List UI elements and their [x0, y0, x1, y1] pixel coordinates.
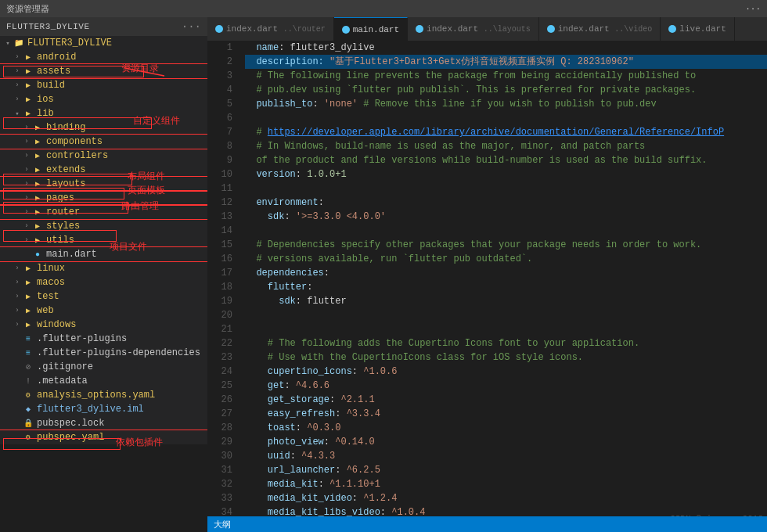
- folder-icon: ▶: [22, 51, 34, 63]
- sidebar-item-.gitignore[interactable]: ⊘.gitignore: [0, 360, 207, 374]
- line-num-32: 32: [207, 477, 232, 491]
- code-line-4: # pub.dev using `flutter pub publish`. T…: [245, 83, 767, 97]
- sidebar-item-assets[interactable]: ▶assets: [0, 64, 207, 78]
- sidebar-item-.metadata[interactable]: !.metadata: [0, 374, 207, 388]
- sidebar-item-web[interactable]: ▶web: [0, 304, 207, 318]
- chevron-test: [13, 292, 22, 301]
- tab-label-index-video: index.dart ..\video: [558, 24, 653, 34]
- tab-label-main: main.dart: [353, 25, 399, 34]
- code-line-7: # https://developer.apple.com/library/ar…: [245, 125, 767, 139]
- code-line-20: [245, 308, 767, 322]
- sidebar-item-pubspec.yaml[interactable]: ⚙pubspec.yaml: [0, 430, 207, 444]
- chevron-windows: [13, 320, 22, 329]
- code-area[interactable]: name: flutter3_dylive description: "基于Fl…: [239, 41, 767, 516]
- code-line-14: [245, 224, 767, 238]
- code-line-1: name: flutter3_dylive: [245, 41, 767, 55]
- code-line-23: # Use with the CupertinoIcons class for …: [245, 350, 767, 365]
- sidebar-item-linux[interactable]: ▶linux: [0, 261, 207, 275]
- sidebar-item-extends[interactable]: ▶extends: [0, 163, 207, 177]
- chevron-styles: [22, 221, 31, 231]
- folder-icon-root: 📁: [13, 37, 25, 49]
- title-bar-dots[interactable]: ···: [745, 4, 761, 13]
- label-ios: ios: [37, 94, 54, 105]
- sidebar-item-android[interactable]: ▶android: [0, 50, 207, 64]
- tab-icon-live: [668, 25, 676, 33]
- line-num-6: 6: [207, 111, 232, 125]
- label-.metadata: .metadata: [37, 376, 88, 386]
- sidebar-item-utils[interactable]: ▶utils: [0, 233, 207, 247]
- sidebar-content[interactable]: 📁FLUTTER3_DYLIVE▶android▶assets▶build▶io…: [0, 36, 207, 444]
- sidebar-options[interactable]: ···: [182, 20, 201, 33]
- code-line-30: uuid: ^4.3.3: [245, 449, 767, 463]
- sidebar-item-macos[interactable]: ▶macos: [0, 275, 207, 289]
- line-num-19: 19: [207, 294, 232, 308]
- chevron-binding: [22, 123, 31, 132]
- tab-main[interactable]: main.dart: [334, 17, 408, 41]
- title-bar-text: 资源管理器: [6, 3, 49, 15]
- sidebar-item-windows[interactable]: ▶windows: [0, 318, 207, 332]
- line-num-3: 3: [207, 69, 232, 83]
- sidebar-item-build[interactable]: ▶build: [0, 78, 207, 92]
- line-num-14: 14: [207, 224, 232, 238]
- sidebar-item-flutter3_dylive.iml[interactable]: ◆flutter3_dylive.iml: [0, 402, 207, 416]
- tab-live[interactable]: live.dart: [661, 17, 734, 41]
- label-pubspec.lock: pubspec.lock: [37, 418, 104, 429]
- code-line-3: # The following line prevents the packag…: [245, 69, 767, 83]
- line-num-2: 2: [207, 55, 232, 69]
- line-num-34: 34: [207, 505, 232, 516]
- folder-icon: ▶: [22, 79, 34, 92]
- label-utils: utils: [46, 235, 74, 246]
- sidebar-item-controllers[interactable]: ▶controllers: [0, 149, 207, 163]
- status-outline[interactable]: 大纲: [214, 519, 231, 530]
- folder-icon: ▶: [31, 192, 44, 204]
- sidebar-item-components[interactable]: ▶components: [0, 135, 207, 149]
- line-num-18: 18: [207, 280, 232, 294]
- sidebar-item-root[interactable]: 📁FLUTTER3_DYLIVE: [0, 36, 207, 50]
- sidebar-item-test[interactable]: ▶test: [0, 289, 207, 304]
- line-num-30: 30: [207, 449, 232, 463]
- line-num-26: 26: [207, 393, 232, 407]
- line-num-17: 17: [207, 266, 232, 280]
- line-num-23: 23: [207, 350, 232, 365]
- tab-index-layouts[interactable]: index.dart ..\layouts: [408, 17, 539, 41]
- tab-index-router[interactable]: index.dart ..\router: [207, 17, 334, 41]
- line-num-31: 31: [207, 463, 232, 477]
- sidebar-item-styles[interactable]: ▶styles: [0, 219, 207, 233]
- sidebar-item-layouts[interactable]: ▶layouts: [0, 177, 207, 191]
- folder-icon: ▶: [31, 234, 44, 246]
- sidebar-item-analysis_options.yaml[interactable]: ⚙analysis_options.yaml: [0, 388, 207, 402]
- lock-icon: 🔒: [22, 417, 34, 430]
- code-line-27: easy_refresh: ^3.3.4: [245, 407, 767, 421]
- code-line-19: sdk: flutter: [245, 294, 767, 308]
- sidebar-item-ios[interactable]: ▶ios: [0, 92, 207, 106]
- label-binding: binding: [46, 122, 85, 133]
- label-.flutter-plugins-dependencies: .flutter-plugins-dependencies: [37, 347, 200, 358]
- line-num-16: 16: [207, 252, 232, 266]
- sidebar: FLUTTER3_DYLIVE ··· 📁FLUTTER3_DYLIVE▶and…: [0, 17, 207, 444]
- sidebar-item-pages[interactable]: ▶pages: [0, 191, 207, 205]
- code-line-32: media_kit: ^1.1.10+1: [245, 477, 767, 491]
- folder-icon: ▶: [22, 276, 34, 289]
- sidebar-item-binding[interactable]: ▶binding: [0, 120, 207, 135]
- label-pubspec.yaml: pubspec.yaml: [37, 432, 104, 443]
- sidebar-item-lib[interactable]: ▶lib: [0, 106, 207, 120]
- line-num-20: 20: [207, 308, 232, 322]
- editor-content: 1234567891011121314151617181920212223242…: [207, 41, 767, 516]
- code-line-29: photo_view: ^0.14.0: [245, 435, 767, 449]
- sidebar-item-main.dart[interactable]: ●main.dart: [0, 247, 207, 261]
- code-line-25: get: ^4.6.6: [245, 379, 767, 393]
- sidebar-item-.flutter-plugins[interactable]: ≡.flutter-plugins: [0, 332, 207, 346]
- sidebar-item-.flutter-plugins-dependencies[interactable]: ≡.flutter-plugins-dependencies: [0, 346, 207, 360]
- sidebar-item-router[interactable]: ▶router: [0, 205, 207, 219]
- code-line-9: of the product and file versions while b…: [245, 153, 767, 167]
- sidebar-item-pubspec.lock[interactable]: 🔒pubspec.lock: [0, 416, 207, 430]
- label-linux: linux: [37, 263, 65, 274]
- code-line-28: toast: ^0.3.0: [245, 421, 767, 435]
- line-num-25: 25: [207, 379, 232, 393]
- tab-icon-index-video: [547, 25, 555, 33]
- status-left: 大纲: [214, 519, 231, 530]
- chevron-web: [13, 306, 22, 315]
- iml-icon: ◆: [22, 403, 34, 415]
- folder-icon: ▶: [31, 206, 44, 218]
- tab-index-video[interactable]: index.dart ..\video: [539, 17, 661, 41]
